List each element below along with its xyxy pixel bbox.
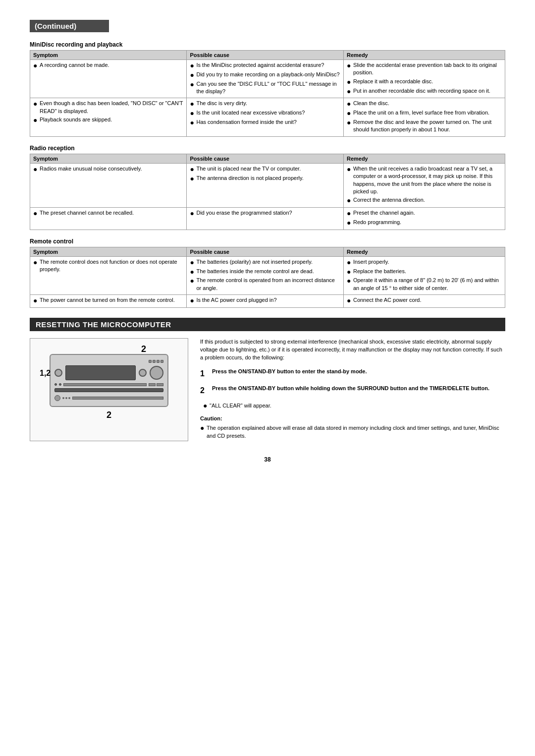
radio-section: Radio reception Symptom Possible cause R… xyxy=(30,145,505,230)
miniDisc-r2-remedy: ● Clean the disc. ● Place the unit on a … xyxy=(343,98,505,136)
remote-r2-symptom: ● The power cannot be turned on from the… xyxy=(30,295,187,308)
radio-title: Radio reception xyxy=(30,145,505,152)
miniDisc-col-remedy: Remedy xyxy=(343,51,505,60)
step-1-text: Press the ON/STAND-BY button to enter th… xyxy=(212,368,367,376)
remote-col-remedy: Remedy xyxy=(343,247,505,256)
table-row: ● Radios make unusual noise consecutivel… xyxy=(30,163,505,207)
small-button xyxy=(153,360,156,363)
resetting-header: RESETTING THE MICROCOMPUTER xyxy=(30,318,505,331)
radio-col-remedy: Remedy xyxy=(343,154,505,163)
remote-r2-cause: ● Is the AC power cord plugged in? xyxy=(187,295,343,308)
knob-left xyxy=(54,369,62,377)
remote-r1-symptom: ● The remote control does not function o… xyxy=(30,256,187,294)
radio-table: Symptom Possible cause Remedy ● Radios m… xyxy=(30,154,505,230)
radio-col-symptom: Symptom xyxy=(30,154,187,163)
bottom-wide-btn xyxy=(72,397,163,400)
caution-body: The operation explained above will erase… xyxy=(207,424,505,440)
miniDisc-table: Symptom Possible cause Remedy ● A record… xyxy=(30,50,505,137)
radio-r2-symptom: ● The preset channel cannot be recalled. xyxy=(30,208,187,230)
remote-r1-cause: ● The batteries (polarity) are not inser… xyxy=(187,256,343,294)
remote-table: Symptom Possible cause Remedy ● The remo… xyxy=(30,247,505,308)
table-row: ● The remote control does not function o… xyxy=(30,256,505,294)
diagram-label-12: 1,2 xyxy=(40,369,51,378)
knob-right-small xyxy=(139,369,147,377)
device-body xyxy=(50,354,168,407)
note-text: "ALL CLEAR" will appear. xyxy=(210,402,505,410)
small-button xyxy=(157,360,160,363)
radio-r1-cause: ● The unit is placed near the TV or comp… xyxy=(187,163,343,207)
caution-section: Caution: ● The operation explained above… xyxy=(200,414,505,440)
note-row: ● "ALL CLEAR" will appear. xyxy=(203,402,505,410)
dot-btn xyxy=(59,383,61,386)
miniDisc-r2-cause: ● The disc is very dirty. ● Is the unit … xyxy=(187,98,343,136)
small-dot xyxy=(65,397,67,399)
dot-btn xyxy=(54,383,57,386)
radio-r1-remedy: ● When the unit receives a radio broadca… xyxy=(343,163,505,207)
table-row: ● Even though a disc has been loaded, "N… xyxy=(30,98,505,136)
miniDisc-col-cause: Possible cause xyxy=(187,51,343,60)
step-2: 2 Press the ON/STAND-BY button while hol… xyxy=(200,385,505,397)
miniDisc-section: MiniDisc recording and playback Symptom … xyxy=(30,41,505,137)
remote-col-symptom: Symptom xyxy=(30,247,187,256)
radio-r2-remedy: ● Preset the channel again. ● Redo progr… xyxy=(343,208,505,230)
small-dot xyxy=(68,397,70,399)
table-row: ● A recording cannot be made. ● Is the M… xyxy=(30,60,505,98)
dot-row xyxy=(62,397,70,399)
step-1-num: 1 xyxy=(200,368,209,380)
bottom-knob xyxy=(54,395,60,401)
miniDisc-r1-remedy: ● Slide the accidental erase prevention … xyxy=(343,60,505,98)
resetting-text-column: If this product is subjected to strong e… xyxy=(200,338,505,441)
device-diagram: 2 1,2 xyxy=(30,338,188,441)
resetting-content: 2 1,2 xyxy=(30,338,505,441)
remote-title: Remote control xyxy=(30,238,505,245)
display-screen xyxy=(65,365,136,380)
miniDisc-col-symptom: Symptom xyxy=(30,51,187,60)
step-1: 1 Press the ON/STAND-BY button to enter … xyxy=(200,368,505,380)
small-button xyxy=(149,360,152,363)
device-top-controls xyxy=(54,360,163,363)
remote-r1-remedy: ● Insert properly. ● Replace the batteri… xyxy=(343,256,505,294)
remote-section: Remote control Symptom Possible cause Re… xyxy=(30,238,505,308)
miniDisc-title: MiniDisc recording and playback xyxy=(30,41,505,48)
caution-label: Caution: xyxy=(200,414,505,423)
diagram-num2-bottom: 2 xyxy=(45,410,173,420)
mini-btn xyxy=(157,383,163,386)
small-dot xyxy=(62,397,64,399)
remote-r2-remedy: ● Connect the AC power cord. xyxy=(343,295,505,308)
page-number: 38 xyxy=(30,456,505,463)
button-row-1 xyxy=(54,383,163,386)
miniDisc-r2-symptom: ● Even though a disc has been loaded, "N… xyxy=(30,98,187,136)
caution-text: ● The operation explained above will era… xyxy=(200,424,505,440)
radio-r1-symptom: ● Radios make unusual noise consecutivel… xyxy=(30,163,187,207)
resetting-intro: If this product is subjected to strong e… xyxy=(200,338,505,362)
mini-btns xyxy=(149,383,163,386)
table-row: ● The preset channel cannot be recalled.… xyxy=(30,208,505,230)
radio-r2-cause: ● Did you erase the programmed station? xyxy=(187,208,343,230)
table-row: ● The power cannot be turned on from the… xyxy=(30,295,505,308)
bottom-controls xyxy=(54,395,163,401)
miniDisc-r1-cause: ● Is the MiniDisc protected against acci… xyxy=(187,60,343,98)
remote-col-cause: Possible cause xyxy=(187,247,343,256)
step-2-text: Press the ON/STAND-BY button while holdi… xyxy=(212,385,489,393)
miniDisc-r1-symptom: ● A recording cannot be made. xyxy=(30,60,187,98)
diagram-num2-top: 2 xyxy=(141,344,146,354)
small-button xyxy=(160,360,163,363)
step-2-num: 2 xyxy=(200,385,209,397)
device-display-row xyxy=(54,365,163,380)
mini-btn xyxy=(149,383,156,386)
wide-btn xyxy=(63,383,147,386)
radio-col-cause: Possible cause xyxy=(187,154,343,163)
main-knob xyxy=(150,366,163,380)
continued-header: (Continued) xyxy=(30,20,109,32)
cd-slot xyxy=(54,388,163,392)
